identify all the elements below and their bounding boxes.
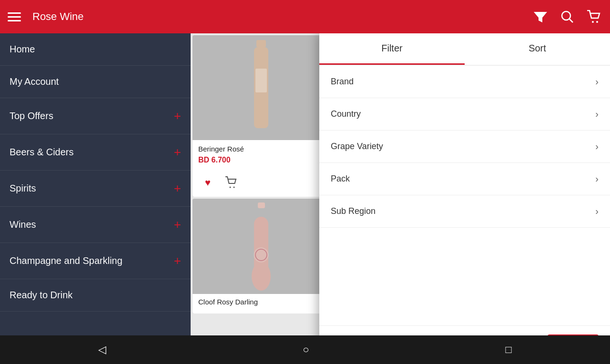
home-button[interactable]: ○ bbox=[293, 340, 318, 360]
filter-option-label-pack: Pack bbox=[331, 174, 350, 184]
sidebar-item-my-account[interactable]: My Account bbox=[0, 66, 191, 98]
sidebar-item-label-spirits: Spirits bbox=[10, 183, 36, 194]
menu-button[interactable] bbox=[8, 8, 25, 25]
svg-point-1 bbox=[562, 11, 570, 20]
sidebar-item-label-my-account: My Account bbox=[10, 76, 59, 87]
filter-icon-button[interactable] bbox=[532, 8, 549, 25]
filter-chevron-country: › bbox=[595, 109, 599, 120]
beringer-bottle-image bbox=[247, 40, 275, 135]
sidebar-item-label-ready-to-drink: Ready to Drink bbox=[10, 290, 72, 301]
sidebar: HomeMy AccountTop Offers+Beers & Ciders+… bbox=[0, 33, 191, 364]
svg-rect-5 bbox=[256, 40, 266, 47]
recents-button[interactable]: □ bbox=[496, 340, 521, 360]
filter-option-label-country: Country bbox=[331, 109, 361, 119]
filter-option-sub-region[interactable]: Sub Region› bbox=[319, 195, 610, 228]
search-button[interactable] bbox=[559, 8, 576, 25]
svg-rect-12 bbox=[254, 217, 268, 274]
filter-panel: Filter Sort Brand›Country›Grape Variety›… bbox=[319, 33, 610, 364]
header-icons bbox=[532, 8, 602, 25]
filter-chevron-brand: › bbox=[595, 76, 599, 87]
sidebar-item-home[interactable]: Home bbox=[0, 33, 191, 66]
content-area: Beringer Rosé BD 6.700 ♥ bbox=[191, 33, 610, 364]
filter-tabs: Filter Sort bbox=[319, 33, 610, 66]
filter-chevron-sub-region: › bbox=[595, 206, 599, 217]
svg-point-13 bbox=[254, 247, 269, 263]
svg-point-3 bbox=[592, 21, 594, 23]
page-title: Rose Wine bbox=[32, 10, 532, 23]
main-layout: HomeMy AccountTop Offers+Beers & Ciders+… bbox=[0, 33, 610, 364]
sidebar-item-label-home: Home bbox=[10, 44, 35, 55]
bottom-navigation: ◁ ○ □ bbox=[0, 335, 610, 364]
svg-point-4 bbox=[596, 21, 598, 23]
svg-rect-7 bbox=[255, 69, 267, 92]
product-name-beringer: Beringer Rosé bbox=[198, 145, 324, 153]
filter-option-pack[interactable]: Pack› bbox=[319, 163, 610, 195]
sidebar-item-label-top-offers: Top Offers bbox=[10, 111, 53, 121]
sidebar-item-champagne-sparkling[interactable]: Champagne and Sparkling+ bbox=[0, 243, 191, 279]
sidebar-expand-icon: + bbox=[174, 181, 181, 196]
filter-option-grape-variety[interactable]: Grape Variety› bbox=[319, 131, 610, 163]
filter-option-label-grape-variety: Grape Variety bbox=[331, 142, 383, 152]
sidebar-item-label-wines: Wines bbox=[10, 219, 36, 230]
filter-option-label-sub-region: Sub Region bbox=[331, 206, 376, 216]
svg-line-2 bbox=[569, 19, 573, 22]
product-name-cloof: Cloof Rosy Darling bbox=[198, 298, 324, 306]
tab-filter[interactable]: Filter bbox=[319, 33, 465, 65]
wishlist-button-beringer[interactable]: ♥ bbox=[198, 173, 217, 192]
cart-button[interactable] bbox=[585, 8, 602, 25]
tab-sort[interactable]: Sort bbox=[465, 33, 610, 65]
filter-chevron-pack: › bbox=[595, 173, 599, 184]
svg-marker-0 bbox=[534, 12, 547, 22]
filter-chevron-grape-variety: › bbox=[595, 141, 599, 152]
svg-point-8 bbox=[230, 187, 231, 188]
sidebar-item-beers-ciders[interactable]: Beers & Ciders+ bbox=[0, 134, 191, 171]
product-actions-beringer: ♥ bbox=[193, 171, 330, 197]
sidebar-expand-icon: + bbox=[174, 145, 181, 160]
sidebar-item-label-beers-ciders: Beers & Ciders bbox=[10, 147, 74, 158]
sidebar-expand-icon: + bbox=[174, 253, 181, 268]
filter-option-brand[interactable]: Brand› bbox=[319, 66, 610, 98]
cloof-bottle-image bbox=[248, 202, 274, 291]
sidebar-expand-icon: + bbox=[174, 217, 181, 232]
svg-point-9 bbox=[234, 187, 235, 188]
product-price-beringer: BD 6.700 bbox=[198, 156, 324, 164]
back-button[interactable]: ◁ bbox=[89, 340, 116, 360]
sidebar-item-top-offers[interactable]: Top Offers+ bbox=[0, 98, 191, 134]
sidebar-expand-icon: + bbox=[174, 109, 181, 123]
sidebar-item-label-champagne-sparkling: Champagne and Sparkling bbox=[10, 255, 122, 266]
filter-option-country[interactable]: Country› bbox=[319, 98, 610, 131]
sidebar-item-ready-to-drink[interactable]: Ready to Drink bbox=[0, 279, 191, 312]
sidebar-item-wines[interactable]: Wines+ bbox=[0, 207, 191, 243]
app-header: Rose Wine bbox=[0, 0, 610, 33]
cart-button-beringer[interactable] bbox=[222, 173, 241, 192]
svg-rect-10 bbox=[258, 202, 265, 208]
sidebar-item-spirits[interactable]: Spirits+ bbox=[0, 171, 191, 207]
filter-options-list: Brand›Country›Grape Variety›Pack›Sub Reg… bbox=[319, 66, 610, 325]
filter-option-label-brand: Brand bbox=[331, 77, 354, 87]
